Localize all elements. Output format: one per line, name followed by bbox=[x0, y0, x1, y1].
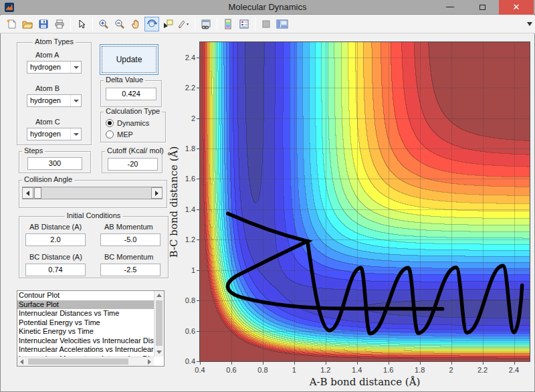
maximize-icon bbox=[479, 5, 486, 10]
x-tick-mark bbox=[483, 362, 484, 365]
pan-icon[interactable] bbox=[128, 17, 143, 31]
y-tick-mark bbox=[197, 331, 199, 332]
y-tick-label: 0.4 bbox=[185, 357, 195, 365]
contour-plot-axes[interactable]: 0.40.40.60.60.80.8111.21.21.41.41.61.61.… bbox=[199, 41, 530, 362]
bc-momentum-field[interactable]: -2.5 bbox=[100, 264, 160, 276]
toolbar-separator bbox=[255, 17, 255, 31]
radio-dynamics[interactable]: Dynamics bbox=[106, 119, 149, 127]
atom-a-dropdown[interactable]: hydrogen bbox=[27, 61, 82, 74]
x-tick-mark bbox=[326, 362, 326, 365]
hide-plot-tools-icon[interactable] bbox=[259, 17, 274, 31]
app-window: Molecular Dynamics — ✕ bbox=[0, 0, 535, 392]
bc-distance-label: BC Distance (A) bbox=[29, 253, 82, 261]
titlebar: Molecular Dynamics — ✕ bbox=[0, 0, 535, 15]
collision-angle-slider[interactable] bbox=[22, 187, 163, 199]
edit-plot-icon[interactable] bbox=[74, 17, 89, 31]
horizontal-scrollbar[interactable] bbox=[17, 357, 154, 366]
list-item[interactable]: Potential Energy vs Time bbox=[17, 318, 154, 328]
zoom-out-icon[interactable] bbox=[112, 17, 127, 31]
panel-title: Atom Types bbox=[33, 37, 76, 45]
x-tick-label: 0.4 bbox=[195, 366, 205, 374]
list-items: Contour PlotSurface PlotInternuclear Dis… bbox=[17, 291, 164, 363]
vscroll-thumb[interactable] bbox=[156, 300, 163, 346]
radio-mep[interactable]: MEP bbox=[106, 130, 133, 138]
atom-c-label: Atom C bbox=[35, 118, 60, 126]
update-button[interactable]: Update bbox=[100, 44, 158, 75]
scroll-right-button[interactable] bbox=[145, 357, 154, 366]
close-button[interactable]: ✕ bbox=[499, 0, 534, 15]
delta-value-field[interactable]: 0.424 bbox=[106, 88, 156, 100]
x-tick-mark bbox=[389, 362, 389, 365]
toolbar-separator bbox=[217, 17, 217, 31]
x-tick-label: 1.4 bbox=[352, 366, 362, 374]
atom-c-dropdown[interactable]: hydrogen bbox=[27, 128, 82, 140]
y-tick-label: 1.8 bbox=[185, 144, 195, 153]
x-axis-label: A-B bond distance (Å) bbox=[200, 376, 530, 388]
toolbar-separator bbox=[195, 17, 195, 31]
focus-rect bbox=[102, 46, 156, 73]
steps-field[interactable]: 300 bbox=[27, 157, 82, 170]
panel-title: Delta Value bbox=[104, 76, 145, 84]
link-plot-icon[interactable] bbox=[199, 17, 213, 31]
y-tick-label: 1.4 bbox=[185, 205, 195, 213]
toolbar-separator bbox=[92, 17, 93, 31]
down-arrow-icon bbox=[156, 351, 162, 354]
insert-colorbar-icon[interactable] bbox=[221, 17, 235, 31]
toolbar-separator bbox=[70, 17, 71, 31]
x-tick-mark bbox=[231, 362, 232, 365]
list-item[interactable]: Internuclear Velocities vs Internuclear … bbox=[17, 336, 154, 346]
list-item[interactable]: Surface Plot bbox=[17, 300, 154, 310]
atom-b-dropdown[interactable]: hydrogen bbox=[27, 94, 82, 107]
radio-unselected-icon bbox=[106, 130, 114, 138]
y-tick-mark bbox=[197, 209, 199, 210]
y-tick-mark bbox=[197, 149, 199, 149]
vertical-scrollbar[interactable] bbox=[154, 291, 164, 357]
y-tick-label: 1 bbox=[191, 266, 195, 274]
scroll-left-button[interactable] bbox=[17, 357, 26, 366]
maximize-button[interactable] bbox=[467, 0, 498, 15]
ab-distance-field[interactable]: 2.0 bbox=[25, 233, 86, 246]
chevron-down-icon bbox=[70, 95, 81, 106]
y-tick-mark bbox=[197, 58, 199, 58]
bc-momentum-label: BC Momentum bbox=[104, 253, 153, 261]
rotate-3d-icon[interactable] bbox=[144, 17, 159, 31]
list-item[interactable]: Internuclear Distances vs Time bbox=[17, 309, 154, 318]
scroll-down-button[interactable] bbox=[154, 348, 164, 357]
zoom-in-icon[interactable] bbox=[96, 17, 111, 31]
print-figure-icon[interactable] bbox=[52, 17, 67, 31]
panel-title: Calculation Type bbox=[104, 107, 162, 115]
plot-type-listbox[interactable]: Contour PlotSurface PlotInternuclear Dis… bbox=[17, 290, 165, 367]
x-tick-mark bbox=[451, 362, 452, 365]
list-item[interactable]: Internuclear Accelerations vs Internucle… bbox=[17, 345, 154, 355]
ab-momentum-field[interactable]: -5.0 bbox=[100, 233, 160, 246]
slider-thumb[interactable] bbox=[34, 187, 41, 199]
y-tick-mark bbox=[197, 179, 199, 179]
panel-title: Initial Conditions bbox=[65, 211, 123, 219]
y-tick-label: 1.2 bbox=[185, 235, 195, 243]
chevron-down-icon bbox=[70, 128, 81, 140]
insert-legend-icon[interactable] bbox=[237, 17, 251, 31]
save-figure-icon[interactable] bbox=[36, 17, 51, 31]
potential-energy-surface-canvas[interactable] bbox=[200, 42, 530, 361]
slider-right-arrow[interactable] bbox=[151, 187, 163, 199]
cutoff-field[interactable]: -20 bbox=[108, 158, 158, 171]
open-file-icon[interactable] bbox=[20, 17, 35, 31]
new-figure-icon[interactable] bbox=[4, 17, 19, 31]
scroll-up-button[interactable] bbox=[154, 291, 164, 300]
minimize-button[interactable]: — bbox=[435, 0, 465, 15]
hscroll-thumb[interactable] bbox=[28, 359, 128, 365]
panel-title: Cutoff (Kcal/ mol) bbox=[105, 146, 166, 155]
data-cursor-icon[interactable] bbox=[160, 17, 175, 31]
slider-left-arrow[interactable] bbox=[22, 187, 33, 199]
y-tick-label: 0.6 bbox=[185, 327, 195, 335]
x-tick-mark bbox=[357, 362, 358, 365]
bc-distance-field[interactable]: 0.74 bbox=[25, 264, 86, 276]
atom-a-value: hydrogen bbox=[30, 63, 61, 71]
list-item[interactable]: Kinetic Energy vs Time bbox=[17, 327, 154, 336]
y-tick-label: 2.4 bbox=[185, 54, 195, 62]
list-item[interactable]: Contour Plot bbox=[17, 291, 154, 300]
show-plot-tools-icon[interactable] bbox=[275, 17, 290, 31]
brush-data-icon[interactable] bbox=[177, 17, 191, 31]
toolbar-overflow-icon[interactable] bbox=[527, 22, 532, 26]
y-tick-mark bbox=[197, 118, 199, 119]
